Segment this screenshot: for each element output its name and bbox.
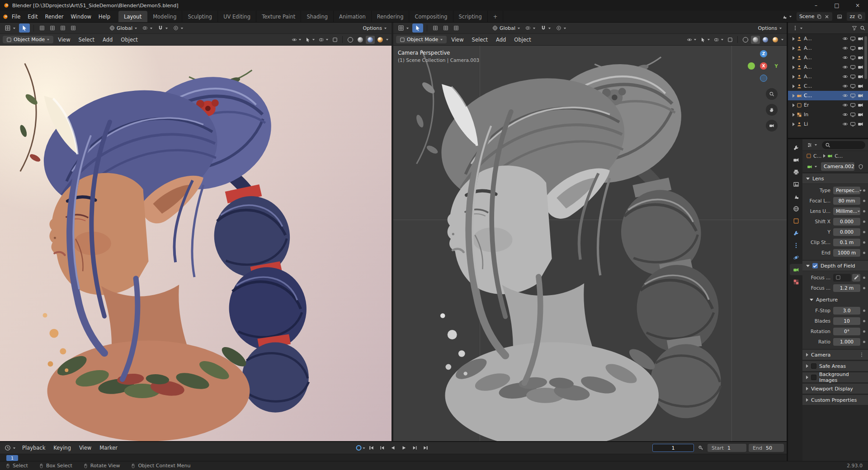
proportional-editing-dropdown[interactable] [171,24,185,32]
editor-type-dropdown[interactable] [3,24,18,32]
disable-viewports-icon[interactable] [850,74,856,80]
viewlayer-name-field[interactable]: zz [847,12,865,21]
expand-arrow-icon[interactable] [793,75,795,79]
snap-dropdown[interactable] [156,24,170,32]
outliner-scrollbar[interactable] [864,36,867,79]
disable-viewports-icon[interactable] [850,64,856,70]
panel-grip-icon[interactable] [859,352,864,357]
scene-name-field[interactable]: Scene [797,12,833,21]
focus-object-field[interactable] [833,274,851,282]
new-viewlayer-icon[interactable] [857,14,863,19]
panel-safe-areas-header[interactable]: Safe Areas [802,361,868,371]
mode-dropdown[interactable]: Object Mode [3,36,53,43]
tab-texture[interactable] [790,276,802,287]
animate-dot-icon[interactable] [863,221,865,223]
tab-object[interactable] [790,215,802,226]
pivot-point-dropdown[interactable] [141,24,155,32]
expand-arrow-icon[interactable] [793,66,795,69]
menu-add[interactable]: Add [99,36,116,44]
safe-areas-checkbox[interactable] [811,363,816,369]
xray-toggle[interactable] [726,36,734,43]
chevron-down-icon[interactable] [363,446,366,450]
menu-playback[interactable]: Playback [19,444,49,452]
outliner-row[interactable]: Er [788,100,868,110]
clip-end-field[interactable]: 1000 m [833,249,860,257]
shading-rendered-button[interactable] [771,36,780,44]
hide-viewport-icon[interactable] [842,55,848,61]
editor-type-dropdown[interactable] [3,444,18,452]
expand-arrow-icon[interactable] [793,113,795,117]
expand-arrow-icon[interactable] [793,94,795,98]
viewlayer-browse-dropdown[interactable] [835,13,844,20]
expand-arrow-icon[interactable] [793,85,795,88]
auto-keyframe-toggle[interactable] [356,445,362,451]
outliner-row[interactable]: A... [788,43,868,53]
menu-file[interactable]: File [8,12,24,21]
menu-help[interactable]: Help [95,12,114,21]
shading-material-button[interactable] [761,36,770,44]
object-visibility-dropdown[interactable] [290,36,303,43]
focus-distance-field[interactable]: 1.2 m [833,284,860,292]
menu-view[interactable]: View [448,36,467,44]
options-dropdown[interactable]: Options [756,24,784,32]
tab-physics[interactable] [790,252,802,263]
menu-view[interactable]: View [54,36,74,44]
editor-type-dropdown[interactable] [805,141,819,149]
outliner-row[interactable]: C... [788,81,868,91]
panel-lens-header[interactable]: Lens [802,174,868,184]
minimize-button[interactable]: – [806,0,826,11]
disable-render-icon[interactable] [858,112,863,118]
disable-viewports-icon[interactable] [850,83,856,89]
outliner-row[interactable]: A... [788,62,868,72]
search-icon[interactable] [860,25,865,31]
hide-viewport-icon[interactable] [842,93,848,99]
animate-dot-icon[interactable] [863,210,865,212]
dof-checkbox[interactable] [812,263,818,268]
ratio-field[interactable]: 1.000 [833,338,860,346]
blender-menu-icon[interactable] [3,14,8,19]
focal-length-field[interactable]: 80 mm [833,197,860,205]
disable-render-icon[interactable] [858,55,863,61]
lens-unit-dropdown[interactable]: Millime... [833,207,860,215]
disable-viewports-icon[interactable] [850,45,856,51]
menu-add[interactable]: Add [492,36,509,44]
tab-uv-editing[interactable]: UV Editing [218,11,256,22]
tab-scene[interactable] [790,191,802,202]
proportional-editing-dropdown[interactable] [554,24,568,32]
lens-type-dropdown[interactable]: Perspec... [833,187,860,194]
menu-window[interactable]: Window [67,12,94,21]
viewport-3d-render[interactable] [0,46,392,441]
hide-viewport-icon[interactable] [842,83,848,89]
id-name-field[interactable]: Camera.002 [821,162,854,171]
animate-dot-icon[interactable] [863,252,865,254]
camera-view-button[interactable] [766,120,778,132]
axis-z-neg-handle[interactable] [760,75,767,82]
tab-tool[interactable] [790,142,802,153]
next-keyframe-button[interactable] [410,444,420,452]
menu-render[interactable]: Render [42,12,67,21]
breadcrumb-data[interactable]: C... [835,153,843,159]
editor-type-dropdown[interactable] [791,24,805,32]
axis-z-handle[interactable]: Z [760,50,767,57]
animate-dot-icon[interactable] [863,277,865,279]
shading-wireframe-button[interactable] [346,36,355,44]
disable-render-icon[interactable] [858,36,863,42]
axis-x-handle[interactable]: X [760,62,767,70]
pivot-point-dropdown[interactable] [524,24,538,32]
hide-viewport-icon[interactable] [842,112,848,118]
maximize-button[interactable]: □ [826,0,847,11]
expand-arrow-icon[interactable] [793,37,795,41]
background-images-checkbox[interactable] [811,375,816,380]
menu-marker[interactable]: Marker [96,444,121,452]
tab-texture-paint[interactable]: Texture Paint [256,11,301,22]
animate-dot-icon[interactable] [863,189,865,192]
tab-render[interactable] [790,154,802,165]
panel-camera-header[interactable]: Camera [802,350,868,360]
tab-scripting[interactable]: Scripting [453,11,488,22]
close-button[interactable]: × [847,0,868,11]
disable-viewports-icon[interactable] [850,36,856,42]
menu-edit[interactable]: Edit [24,12,41,21]
tab-object-data[interactable] [790,264,802,275]
panel-dof-header[interactable]: Depth of Field [802,261,868,271]
grid-toggle-icon[interactable] [48,24,57,32]
